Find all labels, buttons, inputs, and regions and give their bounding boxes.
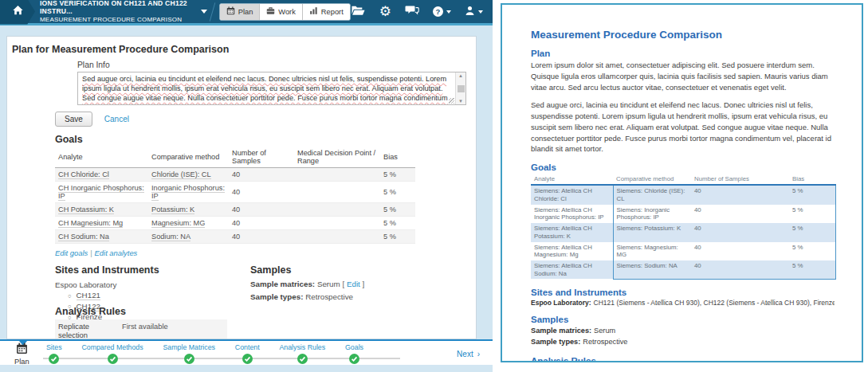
report-goals-header-row: Analyte Comparative method Number of Sam… [531,174,835,185]
folder-open-icon [351,4,366,19]
samples-value: 40 [229,182,294,203]
laboratory-name: Espoo Laboratory [55,280,250,289]
user-caret-down-icon [478,10,483,14]
tab-plan[interactable]: Plan [220,4,261,20]
help-menu-button[interactable]: ? [433,6,451,17]
goals-heading: Goals [55,134,476,145]
tab-plan-label: Plan [238,8,253,16]
report-sample-types-line: Sample types:Retrospective [531,337,835,348]
check-circle-icon [297,353,308,367]
analyte-editable[interactable]: CH Potassium: K [58,206,114,214]
wizard-step-analysis-rules[interactable]: Analysis Rules [279,341,325,366]
instrument-item: ○ CH121 [68,291,250,300]
messages-button[interactable] [405,5,419,19]
comparative-editable[interactable]: Potassium: K [151,206,194,214]
edit-goals-link[interactable]: Edit goals [55,249,88,257]
samples-value: 40 [229,217,294,230]
wizard-bar: Plan Sites Compared Methods Sample Matri… [0,339,493,365]
check-circle-icon [49,353,59,367]
mdp-value [294,182,380,203]
bias-value: 5 % [380,230,415,244]
report-goals-heading: Goals [531,163,835,172]
report-sample-matrices-line: Sample matrices:Serum [531,326,835,337]
comparative-editable[interactable]: Magnesium: MG [151,219,205,228]
textarea-scrollbar[interactable]: ▲ ▼ [455,72,465,104]
report-sites-heading: Sites and Instruments [531,288,835,297]
plan-info-textarea[interactable]: Sed augue orci, lacinia eu tincidunt et … [77,72,466,105]
report-goals-table: Analyte Comparative method Number of Sam… [531,174,836,280]
scroll-up-icon[interactable]: ▲ [458,73,463,78]
goals-row: CH Magnesium: Mg Magnesium: MG 40 5 % [55,217,415,230]
report-preview-panel: Measurement Procedure Comparison Plan Lo… [501,3,863,362]
check-circle-icon [108,353,118,367]
wizard-step-goals[interactable]: Goals [345,341,363,366]
chevron-right-icon: › [477,350,480,358]
tab-report[interactable]: Report [303,4,350,20]
sample-matrices-value: Serum [317,280,340,288]
report-title: Measurement Procedure Comparison [531,29,835,41]
check-circle-icon [184,353,194,367]
cancel-link[interactable]: Cancel [104,115,129,123]
scroll-down-icon[interactable]: ▼ [458,99,463,104]
bracket-open: [ [342,280,344,288]
analysis-rules-table: Replicate selection First available Defa… [55,319,227,339]
comparative-editable[interactable]: Sodium: NA [151,233,190,241]
analyte-editable[interactable]: CH Sodium: Na [58,233,109,241]
help-icon: ? [433,6,443,17]
gear-icon: ⚙ [379,5,391,18]
settings-button[interactable]: ⚙ [379,5,391,18]
briefcase-icon [266,6,275,17]
wizard-step-compared-methods[interactable]: Compared Methods [81,341,143,366]
mdp-value [294,230,380,244]
report-samples-heading: Samples [531,315,835,324]
save-button[interactable]: Save [55,112,92,127]
col-number-of-samples: Number of Samples [229,147,294,168]
sample-types-line: Sample types: Retrospective [250,292,476,301]
bracket-close: ] [363,280,365,288]
resize-grip-icon[interactable] [449,98,454,104]
edit-analytes-link[interactable]: Edit analytes [95,249,138,257]
scrollbar-thumb[interactable] [458,85,465,92]
wizard-step-content[interactable]: Content [235,341,260,366]
wizard-step-sample-matrices[interactable]: Sample Matrices [163,341,215,366]
report-goals-row: Siemens: Atellica CH Sodium: Na Siemens:… [531,260,835,279]
sample-types-label: Sample types: [250,292,303,301]
plan-info-label: Plan Info [77,61,476,69]
report-goals-row: Siemens: Atellica CH Potassium: K Siemen… [531,223,835,241]
goals-row: CH Inorganic Phosphorus: IP Inorganic Ph… [55,182,415,203]
sample-matrices-label: Sample matrices: [250,280,315,288]
edit-sample-matrices-link[interactable]: Edit [347,280,360,288]
report-plan-paragraph: Sed augue orci, lacinia eu tincidunt et … [531,100,835,155]
report-goals-row: Siemens: Atellica CH Magnesium: Mg Sieme… [531,242,835,260]
breadcrumb[interactable]: IONS VERIFICATION ON CH121 AND CH122 INS… [40,0,195,23]
projects-folder-button[interactable] [351,4,366,19]
analysis-rules-section: Analysis Rules Replicate selection First… [55,306,294,339]
wizard-plan-step[interactable]: Plan [14,343,29,366]
goals-row: CH Chloride: Cl Chloride (ISE): CL 40 5 … [55,168,415,182]
chat-icon [405,5,419,19]
check-circle-icon [349,353,359,367]
user-menu-button[interactable] [465,5,483,19]
col-medical-decision-point: Medical Decision Point / Range [294,147,380,168]
samples-heading: Samples [250,264,476,276]
analyte-editable[interactable]: CH Inorganic Phosphorus: IP [58,184,144,201]
page-title: Plan for Measurement Procedure Compariso… [12,44,476,55]
plan-info-text[interactable]: Sed augue orci, lacinia eu tincidunt et … [78,72,455,104]
col-comparative-method: Comparative method [148,147,229,168]
comparative-editable[interactable]: Chloride (ISE): CL [151,170,211,179]
breadcrumb-separator [209,2,215,21]
col-bias: Bias [380,147,415,168]
tab-work[interactable]: Work [260,4,303,20]
goals-header-row: Analyte Comparative method Number of Sam… [55,147,415,168]
col-comparative-method: Comparative method [613,174,691,185]
home-button[interactable] [0,0,35,25]
analyte-editable[interactable]: CH Chloride: Cl [58,170,109,179]
breadcrumb-caret-down-icon[interactable] [201,10,207,14]
comparative-editable[interactable]: Inorganic Phosphorus: IP [151,184,225,201]
mdp-value [294,217,380,230]
instrument-link[interactable]: CH121 [77,291,101,300]
wizard-step-sites[interactable]: Sites [46,341,62,366]
next-button[interactable]: Next› [457,350,480,358]
analyte-editable[interactable]: CH Magnesium: Mg [58,219,123,228]
breadcrumb-study-title: IONS VERIFICATION ON CH121 AND CH122 INS… [40,0,195,16]
